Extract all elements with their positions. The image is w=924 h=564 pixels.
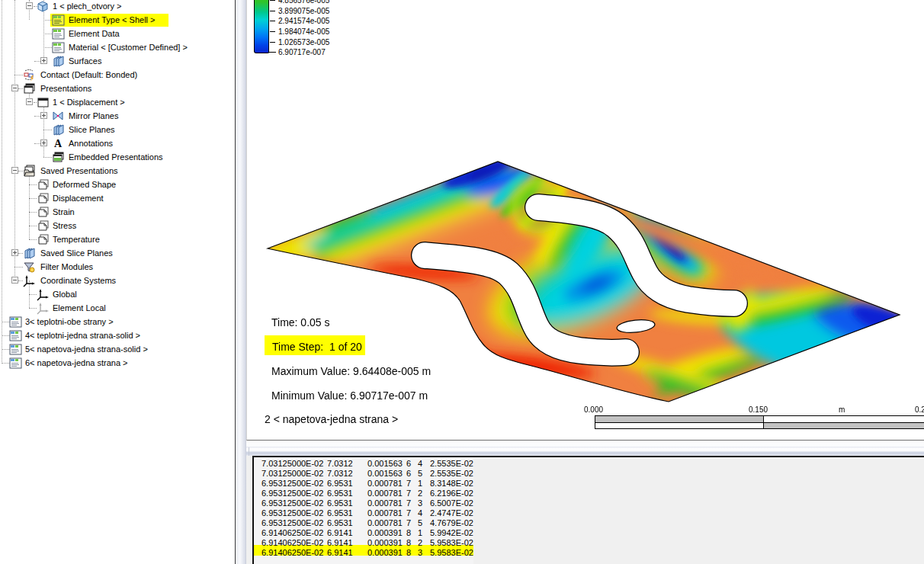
svg-text:A: A (54, 138, 63, 149)
